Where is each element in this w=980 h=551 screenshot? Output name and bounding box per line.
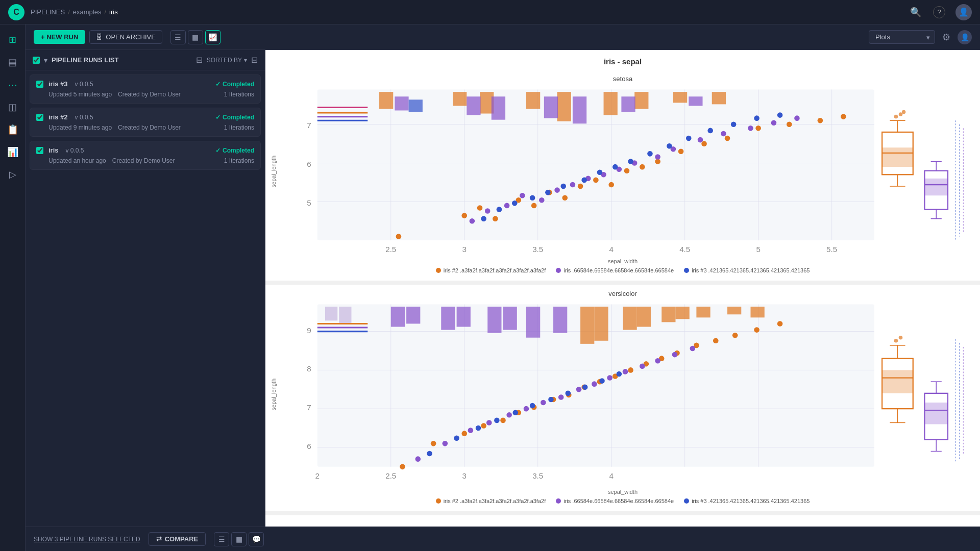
chart-inner-versicolor: 9 8 7 6 2 2.5 3 3.5 4 bbox=[279, 300, 975, 488]
plots-select[interactable]: Plots Table Metrics bbox=[869, 30, 935, 44]
run-meta-1: Updated 5 minutes ago Created by Demo Us… bbox=[36, 91, 254, 98]
svg-rect-143 bbox=[406, 307, 420, 324]
svg-text:4: 4 bbox=[609, 471, 613, 480]
svg-rect-151 bbox=[594, 307, 608, 341]
logo[interactable]: C bbox=[8, 4, 24, 20]
svg-rect-27 bbox=[634, 92, 648, 109]
open-archive-button[interactable]: 🗄 OPEN ARCHIVE bbox=[89, 30, 162, 44]
svg-point-79 bbox=[771, 120, 777, 126]
svg-rect-154 bbox=[662, 307, 675, 322]
adjust-icon[interactable]: ⊟ bbox=[196, 55, 203, 65]
nav-pipelines[interactable]: ⋯ bbox=[4, 76, 22, 94]
run-creator-3: Created by Demo User bbox=[112, 157, 175, 164]
svg-rect-110 bbox=[924, 179, 947, 195]
nav-dashboard[interactable]: ⊞ bbox=[4, 31, 22, 49]
run-name-2: iris #2 bbox=[48, 113, 68, 121]
svg-text:3.5: 3.5 bbox=[532, 471, 543, 480]
svg-point-188 bbox=[524, 406, 529, 412]
sort-button[interactable]: SORTED BY ▾ bbox=[207, 57, 247, 64]
run-card-iris2[interactable]: iris #2 v 0.0.5 ✓ Completed Updated 9 mi… bbox=[30, 108, 261, 137]
filter-icon[interactable]: ⊟ bbox=[251, 55, 258, 65]
legend-label-2: iris .66584e.66584e.66584e.66584e.66584e bbox=[564, 267, 674, 273]
nav-orchestration[interactable]: ▷ bbox=[4, 165, 22, 184]
svg-rect-148 bbox=[526, 307, 540, 338]
svg-point-85 bbox=[545, 190, 551, 195]
nav-experiments[interactable]: ▤ bbox=[4, 53, 22, 71]
avatar[interactable]: 👤 bbox=[955, 4, 972, 20]
run-checkbox-2[interactable] bbox=[36, 114, 43, 121]
run-card-iris[interactable]: iris v 0.0.5 ✓ Completed Updated an hour… bbox=[30, 141, 261, 170]
svg-point-208 bbox=[599, 379, 605, 384]
sidebar-title: PIPELINE RUNS LIST bbox=[52, 56, 118, 64]
svg-point-58 bbox=[725, 136, 730, 141]
svg-text:3.5: 3.5 bbox=[532, 245, 543, 254]
collapse-icon[interactable]: ▾ bbox=[44, 56, 47, 64]
svg-point-217 bbox=[894, 339, 898, 343]
bottom-chat-btn[interactable]: 💬 bbox=[249, 532, 264, 546]
svg-point-78 bbox=[748, 126, 753, 131]
svg-point-96 bbox=[754, 115, 760, 121]
new-run-button[interactable]: + NEW RUN bbox=[34, 30, 85, 44]
bottom-table-btn[interactable]: ☰ bbox=[214, 532, 229, 546]
table-view-button[interactable]: ☰ bbox=[170, 30, 186, 44]
svg-rect-37 bbox=[409, 99, 423, 112]
svg-text:7: 7 bbox=[307, 404, 311, 412]
breadcrumb-pipelines[interactable]: PIPELINES bbox=[31, 8, 65, 16]
breadcrumb-sep2: / bbox=[104, 8, 106, 16]
svg-rect-22 bbox=[453, 92, 467, 106]
sort-chevron-icon: ▾ bbox=[244, 57, 247, 64]
check-icon-3: ✓ bbox=[215, 147, 220, 154]
chart-subtitle-setosa: setosa bbox=[613, 75, 632, 83]
toolbar-right: Plots Table Metrics ⚙ 👤 bbox=[869, 30, 972, 44]
run-card-iris3[interactable]: iris #3 v 0.0.5 ✓ Completed Updated 5 mi… bbox=[30, 74, 261, 104]
chart-view-button[interactable]: 📈 bbox=[205, 30, 220, 44]
help-icon[interactable]: ? bbox=[933, 6, 945, 18]
svg-point-206 bbox=[566, 391, 571, 396]
run-updated-3: Updated an hour ago bbox=[48, 157, 106, 164]
svg-point-86 bbox=[560, 184, 566, 189]
svg-point-162 bbox=[400, 464, 405, 470]
svg-rect-156 bbox=[696, 307, 710, 318]
topbar-right: 🔍 ? 👤 bbox=[909, 4, 972, 20]
svg-rect-30 bbox=[395, 96, 408, 110]
bottom-grid-btn[interactable]: ▦ bbox=[231, 532, 247, 546]
legend-item-1: iris #2 .a3fa2f.a3fa2f.a3fa2f.a3fa2f.a3f… bbox=[436, 267, 546, 273]
run-iterations-1: 1 Iterations bbox=[224, 91, 254, 98]
chart-area-versicolor: sepal_length bbox=[271, 300, 975, 488]
svg-rect-145 bbox=[457, 307, 471, 327]
search-icon[interactable]: 🔍 bbox=[909, 5, 923, 19]
svg-rect-146 bbox=[487, 307, 501, 334]
svg-point-67 bbox=[539, 197, 545, 203]
nav-models[interactable]: ◫ bbox=[4, 98, 22, 116]
show-selected-label[interactable]: SHOW 3 PIPELINE RUNS SELECTED bbox=[34, 536, 140, 543]
svg-point-65 bbox=[504, 203, 510, 209]
select-all-checkbox[interactable] bbox=[33, 57, 40, 64]
breadcrumb-examples[interactable]: examples bbox=[73, 8, 102, 16]
user-settings-icon[interactable]: 👤 bbox=[958, 30, 972, 44]
run-checkbox-3[interactable] bbox=[36, 147, 43, 154]
run-status-label-3: Completed bbox=[223, 147, 254, 154]
run-status-1: ✓ Completed bbox=[215, 81, 254, 88]
svg-rect-144 bbox=[441, 307, 455, 330]
svg-point-61 bbox=[818, 118, 823, 123]
legend-dot-3 bbox=[684, 268, 689, 273]
sorted-by-label: SORTED BY bbox=[207, 57, 242, 64]
topbar: C PIPELINES / examples / iris 🔍 ? 👤 bbox=[0, 0, 980, 24]
compare-label: COMPARE bbox=[165, 535, 198, 543]
chart-subtitle-versicolor: versicolor bbox=[608, 290, 637, 297]
nav-reports[interactable]: 📊 bbox=[4, 143, 22, 161]
run-version-2: v 0.0.5 bbox=[75, 114, 93, 121]
legend-label-v1: iris #2 .a3fa2f.a3fa2f.a3fa2f.a3fa2f.a3f… bbox=[444, 498, 546, 504]
settings-icon[interactable]: ⚙ bbox=[939, 30, 953, 44]
compare-button[interactable]: ⇄ COMPARE bbox=[149, 532, 206, 546]
svg-point-108 bbox=[902, 110, 906, 114]
legend-versicolor: iris #2 .a3fa2f.a3fa2f.a3fa2f.a3fa2f.a3f… bbox=[436, 498, 810, 504]
svg-point-164 bbox=[461, 431, 467, 437]
run-checkbox-1[interactable] bbox=[36, 81, 43, 88]
main-layout: ⊞ ▤ ⋯ ◫ 📋 📊 ▷ + NEW RUN 🗄 OPEN ARCHIVE ☰… bbox=[0, 24, 980, 551]
grid-view-button[interactable]: ▦ bbox=[188, 30, 203, 44]
svg-point-197 bbox=[672, 352, 678, 358]
nav-datasets[interactable]: 📋 bbox=[4, 120, 22, 139]
run-status-2: ✓ Completed bbox=[215, 114, 254, 121]
run-iterations-3: 1 Iterations bbox=[224, 157, 254, 164]
